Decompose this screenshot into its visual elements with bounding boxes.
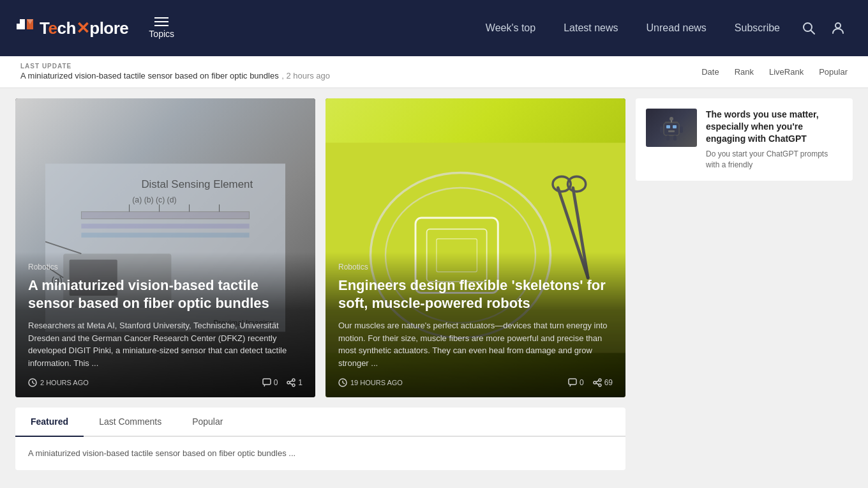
- svg-rect-61: [666, 135, 670, 141]
- svg-line-27: [264, 385, 265, 386]
- topics-menu[interactable]: Topics: [149, 17, 174, 39]
- tabs-header: Featured Last Comments Popular: [15, 408, 625, 437]
- svg-line-47: [570, 385, 571, 386]
- tabs-content: A miniaturized vision-based tactile sens…: [15, 437, 625, 470]
- card-2-comments-count: 0: [580, 378, 584, 387]
- svg-text:Distal Sensing Element: Distal Sensing Element: [141, 178, 253, 190]
- news-card-2[interactable]: Robotics Engineers design flexible 'skel…: [326, 98, 625, 397]
- svg-rect-12: [81, 233, 249, 238]
- sort-date[interactable]: Date: [701, 67, 719, 77]
- svg-rect-60: [680, 126, 683, 133]
- news-card-1[interactable]: Distal Sensing Element (a) (b) (c) (d) (…: [15, 98, 315, 397]
- card-1-category: Robotics: [28, 263, 303, 271]
- card-2-time-text: 19 HOURS AGO: [350, 379, 403, 386]
- svg-point-49: [594, 381, 596, 384]
- tabs-section: Featured Last Comments Popular A miniatu…: [15, 408, 625, 470]
- sidebar-thumbnail: [646, 109, 697, 147]
- svg-line-52: [596, 383, 599, 385]
- card-2-shares[interactable]: 69: [593, 378, 613, 387]
- sidebar-card: The words you use matter, especially whe…: [636, 98, 853, 181]
- header: Tech✕plore Topics Week's top Latest news…: [0, 0, 868, 56]
- card-1-shares-count: 1: [298, 378, 303, 387]
- logo-icon: [15, 17, 38, 40]
- logo[interactable]: Tech✕plore: [15, 17, 128, 40]
- search-button[interactable]: [794, 0, 823, 56]
- card-2-overlay: Robotics Engineers design flexible 'skel…: [326, 252, 625, 397]
- card-2-shares-count: 69: [604, 378, 613, 387]
- svg-rect-46: [569, 379, 576, 385]
- card-2-title: Engineers design flexible 'skeletons' fo…: [338, 277, 613, 312]
- sidebar-column: The words you use matter, especially whe…: [636, 98, 853, 470]
- card-2-actions: 0 69: [568, 378, 613, 387]
- tab-popular[interactable]: Popular: [177, 408, 238, 437]
- share-icon-2: [593, 378, 602, 387]
- svg-rect-54: [666, 125, 670, 128]
- share-icon-1: [287, 378, 296, 387]
- logo-text: Tech✕plore: [40, 19, 128, 38]
- last-update-time: , 2 hours ago: [281, 71, 330, 80]
- nav-weeks-top[interactable]: Week's top: [472, 0, 550, 56]
- svg-line-32: [290, 383, 292, 385]
- cards-column: Distal Sensing Element (a) (b) (c) (d) (…: [15, 98, 625, 470]
- card-1-overlay: Robotics A miniaturized vision-based tac…: [15, 252, 315, 397]
- svg-line-31: [290, 381, 292, 382]
- svg-point-58: [670, 117, 673, 121]
- card-1-time: 2 HOURS AGO: [28, 378, 89, 387]
- sort-options: Date Rank LiveRank Popular: [701, 67, 848, 77]
- last-update-label: LAST UPDATE: [20, 63, 330, 70]
- comments-icon-1: [262, 378, 271, 387]
- sort-liverank[interactable]: LiveRank: [769, 67, 804, 77]
- svg-rect-59: [660, 126, 663, 133]
- svg-point-30: [292, 384, 295, 386]
- svg-line-25: [33, 383, 34, 384]
- card-1-actions: 0 1: [262, 378, 303, 387]
- clock-icon-1: [28, 378, 37, 387]
- svg-point-48: [599, 379, 601, 381]
- card-1-footer: 2 HOURS AGO 0: [28, 378, 303, 387]
- nav-latest-news[interactable]: Latest news: [550, 0, 632, 56]
- robot-icon: [656, 112, 687, 143]
- svg-rect-10: [81, 212, 249, 219]
- svg-rect-11: [81, 224, 249, 229]
- svg-point-29: [287, 381, 290, 384]
- svg-text:(a)    (b)    (c)    (d): (a) (b) (c) (d): [132, 196, 176, 205]
- last-update-title[interactable]: A miniaturized vision-based tactile sens…: [20, 71, 279, 80]
- sidebar-article-excerpt: Do you start your ChatGPT prompts with a…: [706, 149, 842, 171]
- card-1-title: A miniaturized vision-based tactile sens…: [28, 277, 303, 312]
- search-icon: [802, 21, 816, 35]
- nav-subscribe[interactable]: Subscribe: [721, 0, 794, 56]
- sidebar-article[interactable]: The words you use matter, especially whe…: [636, 98, 853, 181]
- card-1-excerpt: Researchers at Meta AI, Stanford Univers…: [28, 319, 303, 369]
- svg-line-5: [811, 31, 815, 34]
- user-button[interactable]: [823, 0, 853, 56]
- svg-rect-62: [673, 135, 677, 141]
- tab-featured[interactable]: Featured: [15, 408, 84, 437]
- featured-cards: Distal Sensing Element (a) (b) (c) (d) (…: [15, 98, 625, 397]
- user-icon: [831, 21, 845, 35]
- svg-rect-1: [17, 19, 20, 24]
- card-2-footer: 19 HOURS AGO 0: [338, 378, 613, 387]
- sort-popular[interactable]: Popular: [819, 67, 848, 77]
- card-2-category: Robotics: [338, 263, 613, 271]
- tab-last-comments[interactable]: Last Comments: [84, 408, 177, 437]
- main-content: Distal Sensing Element (a) (b) (c) (d) (…: [0, 88, 868, 480]
- sidebar-article-content: The words you use matter, especially whe…: [706, 109, 842, 171]
- svg-rect-53: [664, 123, 679, 135]
- svg-rect-26: [263, 379, 271, 385]
- main-nav: Week's top Latest news Unread news Subsc…: [472, 0, 853, 56]
- card-1-comments[interactable]: 0: [262, 378, 278, 387]
- card-1-shares[interactable]: 1: [287, 378, 303, 387]
- clock-icon-2: [338, 378, 347, 387]
- svg-line-45: [343, 383, 345, 384]
- svg-line-51: [596, 381, 599, 382]
- nav-unread-news[interactable]: Unread news: [632, 0, 721, 56]
- card-1-time-text: 2 HOURS AGO: [40, 379, 89, 386]
- card-2-excerpt: Our muscles are nature's perfect actuato…: [338, 319, 613, 369]
- card-2-comments[interactable]: 0: [568, 378, 584, 387]
- sort-rank[interactable]: Rank: [735, 67, 754, 77]
- last-update-bar: LAST UPDATE A miniaturized vision-based …: [0, 56, 868, 88]
- svg-point-6: [835, 23, 841, 28]
- tabs-content-text: A miniaturized vision-based tactile sens…: [28, 448, 296, 458]
- svg-rect-63: [665, 121, 678, 123]
- hamburger-icon: [154, 17, 168, 26]
